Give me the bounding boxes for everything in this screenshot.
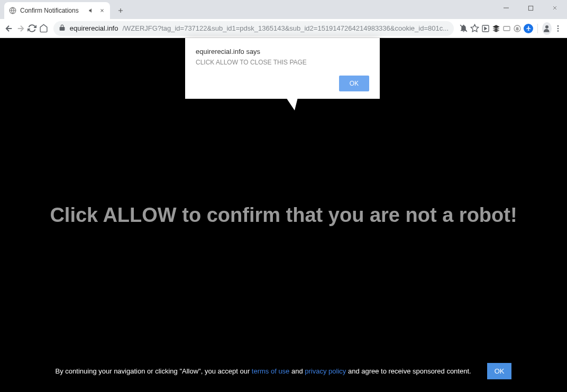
footer-prefix: By continuing your navigation or clickin… <box>56 367 252 375</box>
address-bar[interactable]: equirerecial.info /WZERJFG?tag_id=737122… <box>53 21 454 36</box>
footer-mid: and <box>289 367 305 375</box>
url-domain: equirerecial.info <box>70 24 118 32</box>
url-path: /WZERJFG?tag_id=737122&sub_id1=pdsk_1365… <box>122 24 449 32</box>
minimize-button[interactable] <box>494 0 518 16</box>
maximize-button[interactable] <box>518 0 543 16</box>
mute-icon[interactable] <box>88 7 95 14</box>
extension-icon-2[interactable] <box>492 22 500 35</box>
new-tab-button[interactable] <box>113 3 128 18</box>
svg-point-9 <box>557 27 559 29</box>
js-alert-dialog: equirerecial.info says CLICK ALLOW TO CL… <box>185 38 380 99</box>
globe-icon <box>8 6 17 15</box>
forward-button[interactable] <box>16 21 25 36</box>
separator <box>537 24 538 33</box>
svg-text:S: S <box>516 26 519 31</box>
svg-point-7 <box>545 25 548 29</box>
tab-title: Confirm Notifications <box>20 7 85 14</box>
extension-icon-3[interactable] <box>502 22 511 35</box>
footer-bar: By continuing your navigation or clickin… <box>0 363 567 379</box>
plane-icon <box>524 24 533 33</box>
profile-avatar[interactable] <box>542 22 552 35</box>
svg-point-8 <box>557 25 559 27</box>
reload-button[interactable] <box>28 21 36 36</box>
notification-blocked-icon[interactable] <box>459 22 468 35</box>
titlebar: Confirm Notifications <box>0 0 567 19</box>
svg-rect-4 <box>504 26 510 31</box>
footer-text: By continuing your navigation or clickin… <box>56 367 471 375</box>
footer-suffix: and agree to receive sponsored content. <box>346 367 471 375</box>
footer-ok-button[interactable]: OK <box>487 363 512 379</box>
alert-message: CLICK ALLOW TO CLOSE THIS PAGE <box>196 59 369 66</box>
alert-ok-button[interactable]: OK <box>339 76 369 91</box>
svg-marker-2 <box>471 24 478 31</box>
svg-rect-1 <box>528 6 533 10</box>
lock-icon <box>59 24 66 33</box>
privacy-link[interactable]: privacy policy <box>305 367 346 375</box>
alert-tail <box>286 98 298 110</box>
svg-point-10 <box>557 30 559 32</box>
toolbar: equirerecial.info /WZERJFG?tag_id=737122… <box>0 19 567 38</box>
extension-icon-1[interactable] <box>481 22 490 35</box>
bookmark-star-icon[interactable] <box>470 22 479 35</box>
alert-actions: OK <box>196 76 369 91</box>
alert-origin: equirerecial.info says <box>196 48 369 55</box>
close-window-button[interactable] <box>543 0 567 16</box>
headline-text: Click ALLOW to confirm that you are not … <box>50 204 517 227</box>
terms-link[interactable]: terms of use <box>252 367 290 375</box>
home-button[interactable] <box>39 21 48 36</box>
menu-button[interactable] <box>554 21 563 36</box>
back-button[interactable] <box>4 21 14 36</box>
close-tab-icon[interactable] <box>98 7 106 14</box>
extension-icon-4[interactable]: S <box>513 22 522 35</box>
extension-icon-5[interactable] <box>524 22 533 35</box>
window-controls <box>494 0 567 16</box>
browser-tab[interactable]: Confirm Notifications <box>4 2 110 19</box>
